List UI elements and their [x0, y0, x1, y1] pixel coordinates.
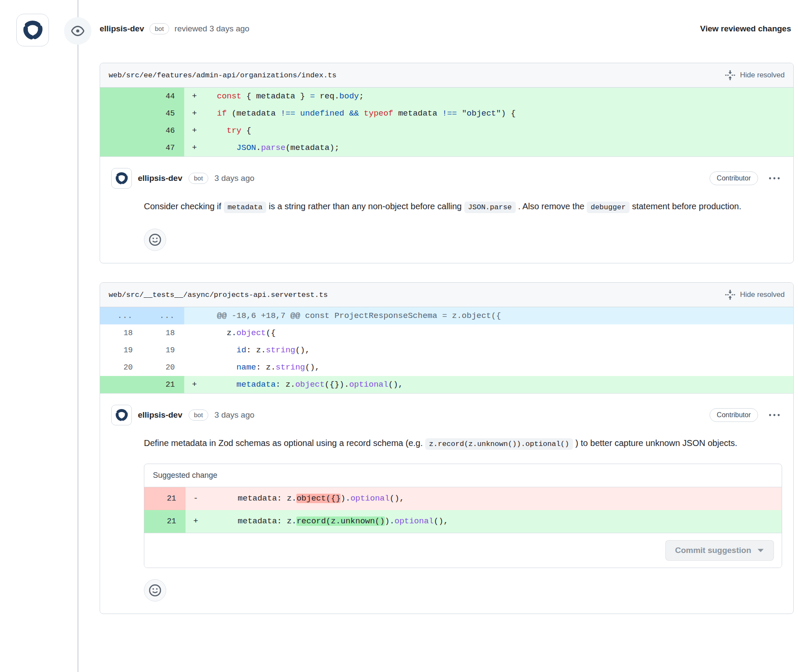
suggestion-added-line: 21 + metadata: z.record(z.unknown()).opt…	[144, 510, 782, 533]
fold-icon	[725, 289, 736, 300]
code-line: const { metadata } = req.body;	[208, 88, 793, 105]
diff-marker: -	[186, 487, 210, 510]
diff-block-1: 44 +const { metadata } = req.body; 45 +i…	[100, 88, 793, 156]
code-line: metadata: z.object({}).optional(),	[210, 487, 782, 510]
diff-line-46: 46 + try {	[100, 122, 793, 139]
new-line-number: 21	[142, 376, 184, 393]
diff-line-19: 19 19 id: z.string(),	[100, 342, 793, 359]
diff-marker: +	[184, 88, 208, 105]
review-event-badge	[64, 17, 91, 45]
suggested-change-block: Suggested change 21 - metadata: z.object…	[144, 464, 782, 568]
diff-marker: +	[184, 376, 208, 393]
hunk-new-gutter: ...	[142, 307, 184, 324]
old-line-number	[100, 105, 142, 122]
diff-marker: +	[184, 105, 208, 122]
diff-line-47: 47 + JSON.parse(metadata);	[100, 139, 793, 156]
old-line-number: 20	[100, 359, 142, 376]
new-line-number: 44	[142, 88, 184, 105]
diff-line-44: 44 +const { metadata } = req.body;	[100, 88, 793, 105]
ellipsis-logo-icon	[114, 408, 129, 422]
bot-badge: bot	[189, 173, 209, 184]
line-number: 21	[144, 510, 186, 533]
comment-avatar[interactable]	[111, 405, 132, 425]
diff-marker: +	[184, 139, 208, 156]
review-header: ellipsis-dev bot reviewed 3 days ago Vie…	[100, 23, 791, 34]
view-reviewed-changes-link[interactable]: View reviewed changes	[700, 24, 791, 34]
new-line-number: 19	[142, 342, 184, 359]
hunk-old-gutter: ...	[100, 307, 142, 324]
hide-resolved-button[interactable]: Hide resolved	[725, 70, 785, 81]
comment-header: ellipsis-dev bot 3 days ago Contributor	[111, 405, 782, 425]
diff-marker	[184, 342, 208, 359]
code-line: if (metadata !== undefined && typeof met…	[208, 105, 793, 122]
hunk-header-row: ... ... @@ -18,6 +18,7 @@ const ProjectR…	[100, 307, 793, 324]
old-line-number: 19	[100, 342, 142, 359]
code-line: metadata: z.object({}).optional(),	[208, 376, 793, 393]
suggestion-footer: Commit suggestion	[144, 533, 782, 568]
hide-resolved-button[interactable]: Hide resolved	[725, 289, 785, 300]
hide-resolved-label: Hide resolved	[740, 71, 785, 79]
review-thread-card-2: web/src/__tests__/async/projects-api.ser…	[100, 282, 794, 614]
review-thread-card-1: web/src/ee/features/admin-api/organizati…	[100, 63, 794, 263]
review-action-text: reviewed 3 days ago	[174, 24, 249, 34]
comment-body: Define metadata in Zod schemas as option…	[144, 433, 782, 454]
code-line: try {	[208, 122, 793, 139]
add-reaction-button[interactable]	[144, 229, 166, 251]
diff-block-2: ... ... @@ -18,6 +18,7 @@ const ProjectR…	[100, 307, 793, 393]
comment-author[interactable]: ellipsis-dev	[138, 410, 183, 420]
comment-header: ellipsis-dev bot 3 days ago Contributor	[111, 168, 782, 189]
add-reaction-button[interactable]	[144, 579, 166, 602]
old-line-number	[100, 376, 142, 393]
old-line-number	[100, 139, 142, 156]
diff-line-21: 21 + metadata: z.object({}).optional(),	[100, 376, 793, 393]
new-line-number: 18	[142, 324, 184, 342]
old-line-number: 18	[100, 324, 142, 342]
kebab-horizontal-icon	[768, 176, 780, 180]
diff-marker: +	[184, 122, 208, 139]
smiley-icon	[149, 584, 161, 596]
diff-line-20: 20 20 name: z.string(),	[100, 359, 793, 376]
review-comment-1: ellipsis-dev bot 3 days ago Contributor …	[100, 156, 793, 263]
comment-options-button[interactable]	[767, 174, 782, 182]
ellipsis-logo-icon	[21, 18, 44, 42]
comment-timestamp[interactable]: 3 days ago	[214, 410, 254, 420]
comment-options-button[interactable]	[767, 411, 782, 419]
contributor-badge: Contributor	[710, 171, 758, 185]
code-line: name: z.string(),	[208, 359, 793, 376]
diff-marker	[184, 324, 208, 342]
suggestion-deleted-line: 21 - metadata: z.object({}).optional(),	[144, 487, 782, 510]
old-line-number	[100, 88, 142, 105]
code-line: JSON.parse(metadata);	[208, 139, 793, 156]
new-line-number: 46	[142, 122, 184, 139]
reviewer-name[interactable]: ellipsis-dev	[100, 24, 144, 34]
ellipsis-logo-icon	[114, 171, 129, 186]
comment-timestamp[interactable]: 3 days ago	[214, 174, 254, 183]
code-line: metadata: z.record(z.unknown()).optional…	[210, 510, 782, 533]
line-number: 21	[144, 487, 186, 510]
bot-badge: bot	[149, 23, 170, 34]
diff-line-45: 45 +if (metadata !== undefined && typeof…	[100, 105, 793, 122]
file-header-2: web/src/__tests__/async/projects-api.ser…	[100, 283, 793, 307]
comment-author[interactable]: ellipsis-dev	[138, 174, 183, 183]
commit-suggestion-button[interactable]: Commit suggestion	[665, 540, 774, 561]
old-line-number	[100, 122, 142, 139]
fold-icon	[725, 70, 736, 81]
diff-line-18: 18 18 z.object({	[100, 324, 793, 342]
new-line-number: 45	[142, 105, 184, 122]
eye-icon	[71, 24, 85, 38]
file-path-link[interactable]: web/src/ee/features/admin-api/organizati…	[109, 71, 337, 79]
reviewer-avatar[interactable]	[16, 14, 49, 46]
diff-marker	[184, 359, 208, 376]
review-threads: web/src/ee/features/admin-api/organizati…	[100, 63, 794, 633]
chevron-down-icon	[757, 548, 764, 553]
timeline-line	[77, 0, 79, 672]
new-line-number: 20	[142, 359, 184, 376]
comment-avatar[interactable]	[111, 168, 132, 189]
commit-suggestion-label: Commit suggestion	[675, 546, 751, 555]
diff-marker: +	[186, 510, 210, 533]
contributor-badge: Contributor	[710, 408, 758, 422]
new-line-number: 47	[142, 139, 184, 156]
kebab-horizontal-icon	[768, 413, 780, 417]
file-header-1: web/src/ee/features/admin-api/organizati…	[100, 63, 793, 88]
file-path-link[interactable]: web/src/__tests__/async/projects-api.ser…	[109, 291, 328, 299]
